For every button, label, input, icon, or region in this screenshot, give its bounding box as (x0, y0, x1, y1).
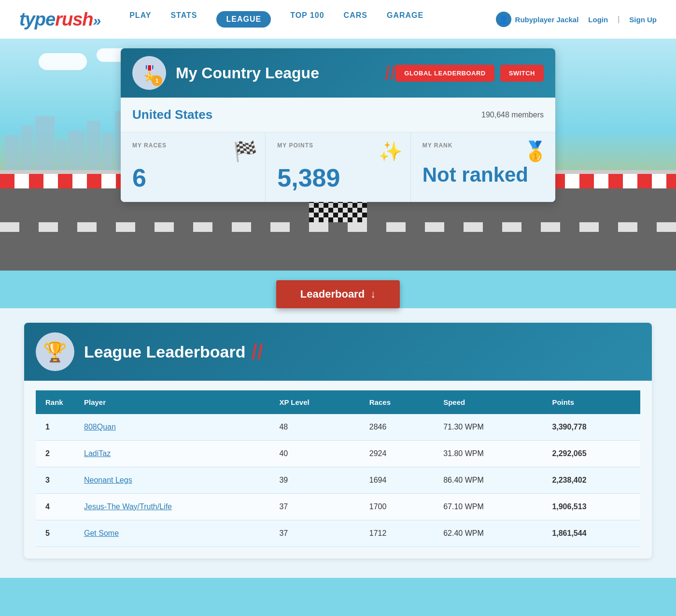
logo-arrows: » (93, 13, 101, 29)
player-cell: Neonant Legs (74, 467, 269, 494)
races-cell: 1694 (360, 467, 434, 494)
speed-cell: 67.10 WPM (434, 494, 542, 520)
rank-cell: 1 (36, 414, 74, 441)
col-speed: Speed (434, 390, 542, 414)
logo-type: type (19, 9, 55, 29)
leaderboard-btn-label: Leaderboard (300, 288, 365, 301)
stats-row: MY RACES 🏁 6 MY POINTS ✨ 5,389 MY RANK 🥇… (121, 132, 555, 202)
speed-cell: 86.40 WPM (434, 467, 542, 494)
table-row: 1 808Quan 48 2846 71.30 WPM 3,390,778 (36, 414, 640, 441)
table-header-row: Rank Player XP Level Races Speed Points (36, 390, 640, 414)
points-cell: 2,238,402 (542, 467, 640, 494)
nav-league[interactable]: LEAGUE (216, 11, 271, 28)
rank-cell: 3 (36, 467, 74, 494)
table-header: Rank Player XP Level Races Speed Points (36, 390, 640, 414)
nav-garage[interactable]: GARAGE (387, 11, 423, 28)
nav-play[interactable]: PLAY (129, 11, 151, 28)
user-avatar-icon: 👤 (496, 12, 511, 27)
player-link[interactable]: Neonant Legs (84, 476, 132, 484)
panel-slash: // (385, 62, 395, 84)
building (21, 126, 33, 174)
login-button[interactable]: Login (588, 15, 608, 24)
player-cell: 808Quan (74, 414, 269, 441)
panel-title: My Country League (176, 64, 380, 82)
stat-races: MY RACES 🏁 6 (121, 132, 266, 202)
building (87, 121, 100, 174)
auth-separator: | (618, 15, 620, 24)
rank-cell: 2 (36, 441, 74, 467)
signup-button[interactable]: Sign Up (629, 15, 657, 24)
player-link[interactable]: 808Quan (84, 423, 116, 431)
col-player: Player (74, 390, 269, 414)
building (56, 140, 66, 174)
nav-stats[interactable]: STATS (170, 11, 197, 28)
switch-button[interactable]: SWITCH (500, 65, 544, 82)
races-cell: 2924 (360, 441, 434, 467)
nav-top100[interactable]: TOP 100 (290, 11, 324, 28)
building (5, 135, 19, 174)
race-scene: 🎖️ 1 My Country League // GLOBAL LEADERB… (0, 39, 676, 271)
table-body: 1 808Quan 48 2846 71.30 WPM 3,390,778 2 … (36, 414, 640, 547)
leaderboard-arrow-icon: ↓ (370, 288, 376, 301)
leaderboard-scroll-button[interactable]: Leaderboard ↓ (276, 280, 400, 308)
points-icon: ✨ (379, 140, 403, 163)
xp-cell: 37 (269, 494, 359, 520)
speed-cell: 31.80 WPM (434, 441, 542, 467)
races-cell: 1700 (360, 494, 434, 520)
stat-rank: MY RANK 🥇 Not ranked (411, 132, 555, 202)
leaderboard-header: 🏆 League Leaderboard // (24, 323, 652, 381)
player-cell: Get Some (74, 520, 269, 547)
player-link[interactable]: Jesus-The Way/Truth/Life (84, 502, 172, 511)
stat-races-value: 6 (132, 163, 254, 192)
panel-header-buttons: GLOBAL LEADERBOARD SWITCH (395, 65, 544, 82)
rank-cell: 4 (36, 494, 74, 520)
player-link[interactable]: LadiTaz (84, 449, 111, 458)
nav-cars[interactable]: CARS (344, 11, 367, 28)
xp-cell: 40 (269, 441, 359, 467)
xp-cell: 39 (269, 467, 359, 494)
leaderboard-panel: 🏆 League Leaderboard // Rank Player XP L… (24, 323, 652, 559)
table-row: 3 Neonant Legs 39 1694 86.40 WPM 2,238,4… (36, 467, 640, 494)
xp-cell: 48 (269, 414, 359, 441)
country-section: United States 190,648 members (121, 98, 555, 132)
rank-cell: 5 (36, 520, 74, 547)
road-stripe (0, 222, 676, 232)
points-cell: 3,390,778 (542, 414, 640, 441)
points-cell: 1,906,513 (542, 494, 640, 520)
stat-points: MY POINTS ✨ 5,389 (266, 132, 410, 202)
user-area: 👤 Rubyplayer Jackal Login | Sign Up (496, 12, 657, 27)
player-cell: Jesus-The Way/Truth/Life (74, 494, 269, 520)
country-name: United States (132, 107, 212, 122)
members-count: 190,648 members (481, 111, 544, 119)
table-row: 5 Get Some 37 1712 62.40 WPM 1,861,544 (36, 520, 640, 547)
races-icon: 🏁 (233, 140, 257, 163)
points-cell: 2,292,065 (542, 441, 640, 467)
logo[interactable]: typerush» (19, 9, 100, 30)
races-cell: 2846 (360, 414, 434, 441)
panel-header: 🎖️ 1 My Country League // GLOBAL LEADERB… (121, 48, 555, 98)
building (102, 133, 113, 174)
col-xp: XP Level (269, 390, 359, 414)
main-nav: PLAY STATS LEAGUE TOP 100 CARS GARAGE (129, 11, 495, 28)
lower-section: 🏆 League Leaderboard // Rank Player XP L… (0, 308, 676, 578)
player-cell: LadiTaz (74, 441, 269, 467)
main-panel: 🎖️ 1 My Country League // GLOBAL LEADERB… (121, 48, 555, 202)
speed-cell: 71.30 WPM (434, 414, 542, 441)
building (35, 116, 55, 174)
logo-rush: rush (55, 9, 93, 29)
table-row: 4 Jesus-The Way/Truth/Life 37 1700 67.10… (36, 494, 640, 520)
player-link[interactable]: Get Some (84, 529, 119, 537)
stat-points-value: 5,389 (277, 163, 398, 192)
stat-rank-value: Not ranked (422, 163, 544, 186)
leaderboard-title: League Leaderboard (84, 343, 245, 361)
col-races: Races (360, 390, 434, 414)
speed-cell: 62.40 WPM (434, 520, 542, 547)
races-cell: 1712 (360, 520, 434, 547)
col-rank: Rank (36, 390, 74, 414)
top-bar: typerush» PLAY STATS LEAGUE TOP 100 CARS… (0, 0, 676, 39)
points-cell: 1,861,544 (542, 520, 640, 547)
table-row: 2 LadiTaz 40 2924 31.80 WPM 2,292,065 (36, 441, 640, 467)
col-points: Points (542, 390, 640, 414)
leaderboard-table: Rank Player XP Level Races Speed Points … (36, 390, 640, 547)
global-leaderboard-button[interactable]: GLOBAL LEADERBOARD (395, 65, 494, 82)
